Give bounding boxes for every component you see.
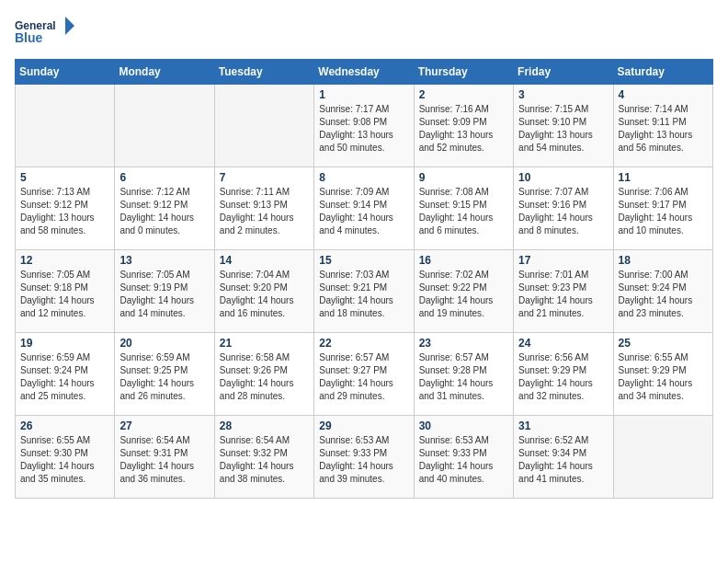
calendar-cell: 28Sunrise: 6:54 AMSunset: 9:32 PMDayligh…	[214, 416, 313, 499]
calendar-cell: 24Sunrise: 6:56 AMSunset: 9:29 PMDayligh…	[514, 333, 613, 416]
week-row-1: 1Sunrise: 7:17 AMSunset: 9:08 PMDaylight…	[16, 85, 713, 167]
day-info: Sunrise: 7:14 AMSunset: 9:11 PMDaylight:…	[619, 103, 708, 155]
day-number: 30	[419, 419, 508, 432]
day-number: 5	[20, 171, 109, 184]
calendar-cell: 5Sunrise: 7:13 AMSunset: 9:12 PMDaylight…	[16, 167, 115, 250]
calendar-header: SundayMondayTuesdayWednesdayThursdayFrid…	[16, 60, 713, 85]
day-info: Sunrise: 7:00 AMSunset: 9:24 PMDaylight:…	[619, 269, 708, 320]
day-number: 24	[518, 337, 608, 350]
day-info: Sunrise: 7:06 AMSunset: 9:17 PMDaylight:…	[619, 186, 708, 237]
day-info: Sunrise: 6:53 AMSunset: 9:33 PMDaylight:…	[419, 434, 508, 486]
day-info: Sunrise: 6:56 AMSunset: 9:29 PMDaylight:…	[518, 351, 608, 403]
calendar-cell: 10Sunrise: 7:07 AMSunset: 9:16 PMDayligh…	[514, 167, 613, 250]
day-info: Sunrise: 6:59 AMSunset: 9:25 PMDaylight:…	[119, 351, 209, 403]
day-info: Sunrise: 6:55 AMSunset: 9:30 PMDaylight:…	[20, 434, 109, 486]
calendar-cell: 12Sunrise: 7:05 AMSunset: 9:18 PMDayligh…	[16, 250, 115, 333]
day-number: 18	[619, 254, 708, 267]
day-info: Sunrise: 7:08 AMSunset: 9:15 PMDaylight:…	[419, 186, 508, 237]
weekday-sunday: Sunday	[16, 60, 115, 85]
weekday-monday: Monday	[115, 60, 214, 85]
day-number: 26	[20, 419, 109, 432]
weekday-thursday: Thursday	[414, 60, 513, 85]
day-info: Sunrise: 7:02 AMSunset: 9:22 PMDaylight:…	[419, 269, 508, 320]
day-number: 29	[319, 419, 408, 432]
calendar-cell: 25Sunrise: 6:55 AMSunset: 9:29 PMDayligh…	[613, 333, 712, 416]
day-number: 4	[619, 88, 708, 101]
day-info: Sunrise: 7:03 AMSunset: 9:21 PMDaylight:…	[319, 269, 408, 320]
day-info: Sunrise: 6:59 AMSunset: 9:24 PMDaylight:…	[20, 351, 109, 403]
calendar-cell	[214, 85, 313, 167]
day-number: 16	[419, 254, 508, 267]
day-info: Sunrise: 7:04 AMSunset: 9:20 PMDaylight:…	[220, 269, 309, 320]
calendar-body: 1Sunrise: 7:17 AMSunset: 9:08 PMDaylight…	[16, 85, 713, 499]
calendar-cell: 13Sunrise: 7:05 AMSunset: 9:19 PMDayligh…	[115, 250, 214, 333]
week-row-5: 26Sunrise: 6:55 AMSunset: 9:30 PMDayligh…	[16, 416, 713, 499]
calendar-cell: 8Sunrise: 7:09 AMSunset: 9:14 PMDaylight…	[314, 167, 414, 250]
calendar-cell: 23Sunrise: 6:57 AMSunset: 9:28 PMDayligh…	[414, 333, 513, 416]
day-info: Sunrise: 7:05 AMSunset: 9:19 PMDaylight:…	[119, 269, 209, 320]
calendar-cell: 21Sunrise: 6:58 AMSunset: 9:26 PMDayligh…	[214, 333, 313, 416]
day-info: Sunrise: 6:57 AMSunset: 9:27 PMDaylight:…	[319, 351, 408, 403]
calendar-cell: 7Sunrise: 7:11 AMSunset: 9:13 PMDaylight…	[214, 167, 313, 250]
day-info: Sunrise: 7:01 AMSunset: 9:23 PMDaylight:…	[518, 269, 608, 320]
calendar-cell: 29Sunrise: 6:53 AMSunset: 9:33 PMDayligh…	[314, 416, 414, 499]
calendar-cell: 27Sunrise: 6:54 AMSunset: 9:31 PMDayligh…	[115, 416, 214, 499]
day-number: 22	[319, 337, 408, 350]
day-info: Sunrise: 6:54 AMSunset: 9:31 PMDaylight:…	[119, 434, 209, 486]
svg-marker-2	[65, 17, 74, 35]
logo: General Blue	[15, 15, 79, 52]
calendar-cell: 20Sunrise: 6:59 AMSunset: 9:25 PMDayligh…	[115, 333, 214, 416]
day-number: 12	[20, 254, 109, 267]
day-number: 23	[419, 337, 508, 350]
day-info: Sunrise: 7:15 AMSunset: 9:10 PMDaylight:…	[518, 103, 608, 155]
weekday-saturday: Saturday	[613, 60, 712, 85]
day-number: 11	[619, 171, 708, 184]
day-info: Sunrise: 7:12 AMSunset: 9:12 PMDaylight:…	[119, 186, 209, 237]
day-number: 15	[319, 254, 408, 267]
svg-text:Blue: Blue	[15, 30, 43, 45]
day-number: 27	[119, 419, 209, 432]
calendar-cell: 19Sunrise: 6:59 AMSunset: 9:24 PMDayligh…	[16, 333, 115, 416]
calendar-cell: 11Sunrise: 7:06 AMSunset: 9:17 PMDayligh…	[613, 167, 712, 250]
day-info: Sunrise: 6:54 AMSunset: 9:32 PMDaylight:…	[220, 434, 309, 486]
day-info: Sunrise: 6:58 AMSunset: 9:26 PMDaylight:…	[220, 351, 309, 403]
calendar-cell: 3Sunrise: 7:15 AMSunset: 9:10 PMDaylight…	[514, 85, 613, 167]
day-info: Sunrise: 7:05 AMSunset: 9:18 PMDaylight:…	[20, 269, 109, 320]
day-number: 19	[20, 337, 109, 350]
calendar-cell: 4Sunrise: 7:14 AMSunset: 9:11 PMDaylight…	[613, 85, 712, 167]
calendar-cell: 16Sunrise: 7:02 AMSunset: 9:22 PMDayligh…	[414, 250, 513, 333]
day-number: 3	[518, 88, 608, 101]
calendar-cell	[16, 85, 115, 167]
day-number: 20	[119, 337, 209, 350]
calendar-cell: 18Sunrise: 7:00 AMSunset: 9:24 PMDayligh…	[613, 250, 712, 333]
day-number: 31	[518, 419, 608, 432]
day-info: Sunrise: 7:13 AMSunset: 9:12 PMDaylight:…	[20, 186, 109, 237]
week-row-4: 19Sunrise: 6:59 AMSunset: 9:24 PMDayligh…	[16, 333, 713, 416]
day-info: Sunrise: 6:53 AMSunset: 9:33 PMDaylight:…	[319, 434, 408, 486]
weekday-tuesday: Tuesday	[214, 60, 313, 85]
day-number: 17	[518, 254, 608, 267]
day-info: Sunrise: 7:07 AMSunset: 9:16 PMDaylight:…	[518, 186, 608, 237]
week-row-2: 5Sunrise: 7:13 AMSunset: 9:12 PMDaylight…	[16, 167, 713, 250]
calendar-cell	[115, 85, 214, 167]
logo-svg: General Blue	[15, 15, 79, 52]
calendar-cell	[613, 416, 712, 499]
day-number: 13	[119, 254, 209, 267]
day-info: Sunrise: 6:57 AMSunset: 9:28 PMDaylight:…	[419, 351, 508, 403]
day-info: Sunrise: 7:16 AMSunset: 9:09 PMDaylight:…	[419, 103, 508, 155]
calendar-cell: 14Sunrise: 7:04 AMSunset: 9:20 PMDayligh…	[214, 250, 313, 333]
weekday-friday: Friday	[514, 60, 613, 85]
day-number: 9	[419, 171, 508, 184]
calendar-cell: 31Sunrise: 6:52 AMSunset: 9:34 PMDayligh…	[514, 416, 613, 499]
day-number: 2	[419, 88, 508, 101]
day-number: 6	[119, 171, 209, 184]
calendar-cell: 1Sunrise: 7:17 AMSunset: 9:08 PMDaylight…	[314, 85, 414, 167]
day-number: 25	[619, 337, 708, 350]
day-info: Sunrise: 7:09 AMSunset: 9:14 PMDaylight:…	[319, 186, 408, 237]
weekday-header-row: SundayMondayTuesdayWednesdayThursdayFrid…	[16, 60, 713, 85]
calendar-cell: 6Sunrise: 7:12 AMSunset: 9:12 PMDaylight…	[115, 167, 214, 250]
day-number: 1	[319, 88, 408, 101]
calendar-cell: 9Sunrise: 7:08 AMSunset: 9:15 PMDaylight…	[414, 167, 513, 250]
week-row-3: 12Sunrise: 7:05 AMSunset: 9:18 PMDayligh…	[16, 250, 713, 333]
day-number: 8	[319, 171, 408, 184]
